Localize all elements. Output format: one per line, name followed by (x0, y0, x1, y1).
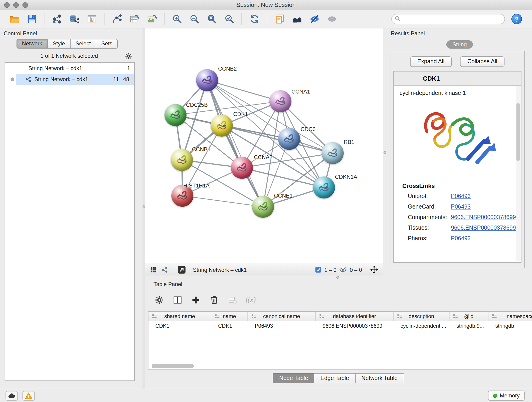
new-network-from-selection-button[interactable] (109, 12, 124, 26)
zoom-selected-button[interactable] (222, 12, 236, 26)
grid-view-icon[interactable] (150, 266, 157, 273)
network-canvas[interactable]: CCNB2CCNA1CDC25BCDK1CDC6RB1CCNB1CCNA2CDK… (145, 28, 383, 264)
results-scrollbar[interactable] (516, 86, 520, 261)
help-button[interactable]: ? (511, 14, 522, 24)
memory-button[interactable]: Memory (488, 390, 525, 401)
zoom-in-button[interactable] (170, 12, 184, 26)
crosslink-link[interactable]: P06493 (451, 203, 471, 210)
table-cell[interactable]: cyclin-dependent ... (394, 321, 450, 331)
export-table-button[interactable] (127, 12, 142, 26)
close-window-button[interactable] (4, 2, 10, 7)
node-label-ccna1: CCNA1 (291, 89, 310, 95)
network-node-cdk1[interactable] (211, 115, 233, 137)
table-cell[interactable]: stringdb:9... (450, 321, 488, 331)
hide-selected-button[interactable] (307, 12, 322, 26)
current-network-dot-icon (11, 77, 14, 81)
network-edge[interactable] (207, 80, 263, 207)
add-column-icon[interactable] (190, 294, 201, 305)
show-columns-icon[interactable] (172, 294, 183, 305)
search-icon (394, 16, 401, 22)
table-cell[interactable]: 9606.ENSP00000378699 (316, 321, 394, 331)
network-edge[interactable] (222, 126, 333, 153)
refresh-button[interactable] (247, 12, 262, 26)
column-type-icon (251, 313, 257, 319)
network-node-ccna1[interactable] (269, 90, 291, 112)
crosslink-link[interactable]: 9606.ENSP00000378699 (451, 214, 516, 220)
network-node-cdc25b[interactable] (165, 104, 186, 126)
column-type-icon (152, 313, 157, 319)
search-input[interactable] (391, 14, 505, 24)
left-splitter[interactable] (143, 28, 145, 389)
network-node-ccna2[interactable] (231, 157, 253, 179)
gene-entry-header[interactable]: CDK1 (394, 71, 521, 86)
tab-select[interactable]: Select (70, 39, 96, 49)
pan-icon[interactable] (370, 266, 378, 274)
zoom-in-icon (172, 14, 182, 24)
collapse-all-button[interactable]: Collapse All (460, 56, 505, 67)
warnings-button[interactable] (22, 391, 35, 400)
network-node-ccnb2[interactable] (196, 69, 218, 91)
network-collection-row[interactable]: String Network – cdk1 1 (5, 63, 134, 74)
network-node-cdc6[interactable] (278, 128, 300, 150)
column-header-name[interactable]: name (211, 312, 248, 321)
show-all-button[interactable] (324, 12, 339, 26)
network-node-ccne1[interactable] (252, 196, 274, 218)
table-horizontal-scrollbar[interactable] (150, 364, 194, 368)
crosslink-link[interactable]: 9606.ENSP00000378699 (451, 224, 516, 231)
column-header-description[interactable]: description (394, 312, 450, 321)
crosslink-link[interactable]: P06493 (451, 193, 471, 199)
open-session-button[interactable] (7, 12, 22, 26)
right-splitter[interactable] (383, 28, 387, 275)
splitter-handle[interactable] (143, 205, 145, 208)
import-network-database-button[interactable] (67, 12, 82, 26)
expand-all-button[interactable]: Expand All (410, 56, 452, 67)
network-row-selected[interactable]: String Network – cdk1 11 48 (16, 74, 134, 85)
tab-node-table[interactable]: Node Table (273, 373, 315, 383)
scrollbar-thumb[interactable] (152, 364, 194, 368)
tab-string[interactable]: String (447, 40, 473, 49)
first-neighbors-button[interactable] (290, 12, 304, 26)
table-cell[interactable]: CDK1 (211, 321, 248, 331)
splitter-handle[interactable] (384, 151, 386, 154)
splitter-handle[interactable] (336, 276, 339, 279)
table-settings-gear-icon[interactable] (153, 294, 165, 305)
export-image-button[interactable] (144, 12, 159, 26)
table-row[interactable]: CDK1CDK1P064939606.ENSP00000378699cyclin… (148, 321, 532, 331)
column-header-canonical-name[interactable]: canonical name (248, 312, 316, 321)
crosslink-link[interactable]: P06493 (451, 235, 471, 241)
delete-column-icon[interactable] (209, 294, 220, 305)
hidden-eye-icon[interactable] (339, 266, 347, 274)
column-header-namespace[interactable]: namespace (488, 312, 532, 321)
tab-sets[interactable]: Sets (96, 39, 118, 49)
network-node-rb1[interactable] (322, 142, 344, 164)
import-network-file-button[interactable] (50, 12, 64, 26)
tab-network[interactable]: Network (17, 39, 48, 49)
network-overview-icon[interactable] (161, 266, 168, 273)
network-edge[interactable] (182, 196, 263, 207)
horizontal-splitter[interactable] (145, 275, 532, 279)
tab-style[interactable]: Style (48, 39, 70, 49)
save-session-button[interactable] (24, 12, 39, 26)
column-header-@id[interactable]: @id (450, 312, 488, 321)
results-scrollbar-thumb[interactable] (516, 103, 520, 161)
column-header-shared-name[interactable]: shared name (148, 312, 211, 321)
network-row[interactable]: String Network – cdk1 11 48 (5, 74, 134, 85)
zoom-window-button[interactable] (22, 2, 28, 7)
zoom-fit-button[interactable] (204, 12, 219, 26)
network-node-ccnb1[interactable] (171, 149, 193, 171)
import-table-button[interactable] (84, 12, 99, 26)
copy-document-button[interactable] (272, 12, 287, 26)
table-cell[interactable]: P06493 (248, 321, 316, 331)
tab-network-table[interactable]: Network Table (355, 373, 404, 383)
tab-edge-table[interactable]: Edge Table (314, 373, 355, 383)
detach-view-icon[interactable] (177, 265, 186, 274)
selected-checkbox-icon[interactable] (315, 266, 322, 273)
table-cell[interactable]: stringdb (488, 321, 532, 331)
network-options-gear-icon[interactable] (125, 52, 133, 60)
minimize-window-button[interactable] (13, 2, 19, 7)
column-header-database-identifier[interactable]: database identifier (316, 312, 394, 321)
cloud-status-button[interactable] (6, 391, 18, 400)
table-cell[interactable]: CDK1 (148, 321, 211, 331)
zoom-out-button[interactable] (187, 12, 202, 26)
network-node-cdkn1a[interactable] (313, 177, 335, 198)
